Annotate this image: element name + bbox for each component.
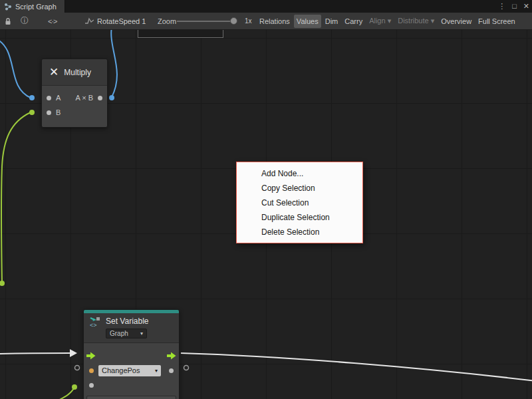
- window-menu-icon[interactable]: ⋮: [498, 0, 505, 13]
- tab-title: Script Graph: [15, 3, 57, 11]
- menu-item-duplicate-selection[interactable]: Duplicate Selection: [237, 210, 362, 225]
- chevron-down-icon: ▾: [155, 368, 158, 374]
- wire-white-flow-in[interactable]: [0, 353, 70, 354]
- wire-green-bottom[interactable]: [53, 387, 74, 399]
- window-tab-bar: Script Graph ⋮ □ ✕: [0, 0, 532, 13]
- zoom-slider-track: [177, 21, 237, 22]
- code-toggle-icon[interactable]: <·>: [48, 13, 57, 29]
- wire-end-green-b[interactable]: [29, 110, 35, 115]
- graph-pulse-icon: [85, 17, 94, 25]
- tab-script-graph[interactable]: Script Graph: [0, 0, 65, 13]
- port-a-label: A: [56, 94, 61, 102]
- wire-green-input-b[interactable]: [1, 112, 31, 283]
- graph-name: RotateSpeed 1: [97, 17, 146, 25]
- menu-item-delete-selection[interactable]: Delete Selection: [237, 225, 362, 239]
- variable-name-value: ChangePos: [102, 366, 140, 374]
- window-controls: ⋮ □ ✕: [498, 0, 529, 13]
- multiply-node-body: A A × B B: [42, 86, 107, 127]
- dim-button[interactable]: Dim: [323, 15, 341, 28]
- set-variable-body: ChangePos ▾: [84, 343, 179, 399]
- clipped-element: [138, 30, 223, 38]
- context-menu: Add Node... Copy Selection Cut Selection…: [236, 162, 363, 243]
- wire-end-blue-out[interactable]: [109, 95, 114, 100]
- overview-button[interactable]: Overview: [438, 15, 474, 28]
- port-a-input[interactable]: [47, 96, 51, 100]
- zoom-slider-thumb[interactable]: [230, 17, 237, 25]
- zoom-value: 1x: [245, 13, 252, 29]
- set-variable-titles: Set Variable Graph ▾: [106, 317, 148, 338]
- menu-item-add-node[interactable]: Add Node...: [237, 166, 362, 181]
- variable-value-port[interactable]: [89, 368, 94, 373]
- chevron-down-icon: ▾: [140, 331, 143, 336]
- window-close-icon[interactable]: ✕: [523, 0, 529, 13]
- variable-name-dropdown[interactable]: ChangePos ▾: [98, 365, 161, 376]
- relations-button[interactable]: Relations: [257, 15, 293, 28]
- set-variable-icon: <>: [89, 317, 101, 329]
- clipped-field: [86, 396, 176, 399]
- extra-input-port[interactable]: [89, 383, 94, 388]
- variable-scope-value: Graph: [110, 330, 128, 337]
- set-variable-node[interactable]: <> Set Variable Graph ▾: [83, 309, 180, 399]
- variable-row: ChangePos ▾: [84, 363, 179, 378]
- variable-scope-dropdown[interactable]: Graph ▾: [106, 329, 147, 338]
- wire-blue-output[interactable]: [111, 30, 117, 97]
- flow-output-port[interactable]: [167, 352, 176, 360]
- script-graph-icon: [4, 3, 12, 11]
- graph-breadcrumb[interactable]: RotateSpeed 1: [85, 13, 146, 29]
- menu-item-cut-selection[interactable]: Cut Selection: [237, 196, 362, 210]
- values-button[interactable]: Values: [294, 15, 321, 28]
- port-row-a: A A × B: [42, 90, 107, 105]
- variable-output-port[interactable]: [169, 368, 174, 373]
- align-button[interactable]: Align ▾: [366, 14, 394, 28]
- extra-port-row: [84, 378, 179, 392]
- info-icon[interactable]: ⓘ: [21, 13, 29, 29]
- wire-end-green-edge[interactable]: [0, 281, 5, 286]
- menu-item-copy-selection[interactable]: Copy Selection: [237, 181, 362, 196]
- lock-icon[interactable]: [5, 13, 11, 29]
- wire-end-green-bottom[interactable]: [72, 384, 77, 390]
- multiply-icon: ✕: [49, 65, 59, 79]
- wire-white-flow-out[interactable]: [181, 353, 532, 381]
- toolbar: ⓘ <·> RotateSpeed 1 Zoom 1x Relations Va…: [0, 13, 532, 30]
- multiply-node-header: ✕ Multiply: [42, 59, 107, 86]
- port-b-input[interactable]: [47, 110, 51, 115]
- port-product-output[interactable]: [98, 96, 102, 100]
- svg-text:<>: <>: [90, 322, 97, 329]
- external-port-circle-left[interactable]: [75, 366, 80, 370]
- port-output-label: A × B: [75, 94, 93, 102]
- wire-end-blue-a[interactable]: [29, 95, 35, 100]
- toolbar-buttons: Relations Values Dim Carry Align ▾ Distr…: [257, 13, 518, 29]
- window-layout-icon[interactable]: □: [512, 0, 517, 13]
- multiply-node-title: Multiply: [64, 68, 91, 77]
- multiply-node[interactable]: ✕ Multiply A A × B B: [41, 59, 108, 128]
- flow-in-arrowhead[interactable]: [70, 349, 77, 357]
- fullscreen-button[interactable]: Full Screen: [475, 15, 518, 28]
- distribute-button[interactable]: Distribute ▾: [395, 14, 437, 28]
- set-variable-header: <> Set Variable Graph ▾: [84, 313, 179, 343]
- flow-input-port[interactable]: [86, 352, 96, 360]
- zoom-label: Zoom: [158, 13, 176, 29]
- lock-icon-glyph: [5, 17, 11, 25]
- set-variable-title: Set Variable: [106, 317, 148, 326]
- flow-row: [84, 348, 179, 363]
- port-row-b: B: [42, 105, 107, 120]
- wire-blue-input-a[interactable]: [0, 38, 31, 98]
- external-port-circle-right[interactable]: [184, 366, 189, 370]
- port-b-label: B: [56, 108, 61, 116]
- zoom-slider[interactable]: [177, 13, 241, 29]
- carry-button[interactable]: Carry: [342, 15, 365, 28]
